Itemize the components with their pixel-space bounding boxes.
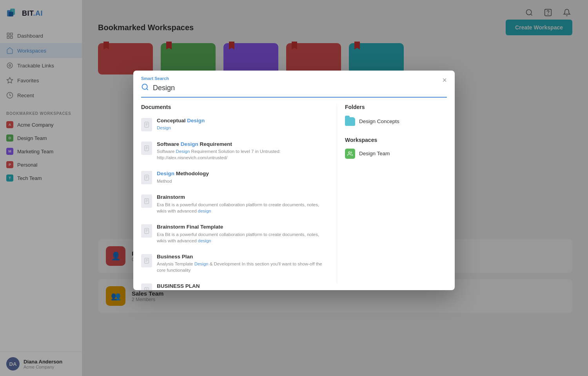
search-modal: Smart Search × Documents Concept bbox=[133, 71, 455, 290]
doc-content-5: Brainstorm Final Template Era Bit is a p… bbox=[157, 223, 329, 244]
doc-content-3: Design Methodology Method bbox=[157, 170, 329, 184]
doc-title-3: Design Methodology bbox=[157, 170, 329, 177]
doc-item-conceptual-design[interactable]: Conceptual Design Design bbox=[141, 116, 329, 133]
modal-header: Smart Search × bbox=[133, 71, 455, 98]
doc-item-brainstorm[interactable]: Brainstorm Era Bit is a powerful documen… bbox=[141, 192, 329, 216]
doc-item-business-plan[interactable]: Business Plan Analysis Template Design &… bbox=[141, 252, 329, 275]
doc-content-1: Conceptual Design Design bbox=[157, 117, 329, 131]
doc-title-4: Brainstorm bbox=[157, 194, 329, 201]
right-column: Folders Design Concepts Workspaces Desig… bbox=[337, 104, 455, 284]
doc-title-2: Software Design Requirement bbox=[157, 141, 329, 148]
folder-icon-design-concepts bbox=[345, 117, 355, 126]
doc-item-brainstorm-final[interactable]: Brainstorm Final Template Era Bit is a p… bbox=[141, 222, 329, 245]
workspaces-result-title: Workspaces bbox=[345, 137, 447, 143]
folders-title: Folders bbox=[345, 104, 447, 110]
doc-title-7: BUSINESS PLAN bbox=[157, 283, 329, 290]
documents-column: Documents Conceptual Design Design bbox=[133, 104, 337, 284]
svg-rect-25 bbox=[145, 175, 149, 180]
doc-title-1: Conceptual Design bbox=[157, 117, 329, 124]
doc-content-7: BUSINESS PLAN Analysis Template Design &… bbox=[157, 283, 329, 290]
svg-rect-17 bbox=[145, 122, 149, 127]
workspace-result-design-team[interactable]: Design Team bbox=[345, 149, 447, 159]
doc-icon-1 bbox=[141, 118, 152, 131]
doc-subtitle-2: Software Design Requirement Solution to … bbox=[157, 148, 329, 161]
doc-content-2: Software Design Requirement Software Des… bbox=[157, 141, 329, 161]
documents-title: Documents bbox=[141, 104, 329, 110]
doc-icon-3 bbox=[141, 171, 152, 184]
smart-search-label: Smart Search bbox=[141, 76, 447, 81]
doc-content-6: Business Plan Analysis Template Design &… bbox=[157, 253, 329, 274]
modal-overlay[interactable]: Smart Search × Documents Concept bbox=[0, 0, 588, 376]
svg-rect-29 bbox=[145, 199, 149, 204]
close-button[interactable]: × bbox=[441, 76, 448, 84]
doc-icon-5 bbox=[141, 224, 152, 238]
modal-search-icon bbox=[141, 83, 149, 93]
doc-item-design-methodology[interactable]: Design Methodology Method bbox=[141, 169, 329, 186]
doc-item-business-plan-caps[interactable]: BUSINESS PLAN Analysis Template Design &… bbox=[141, 281, 329, 290]
svg-point-45 bbox=[348, 151, 350, 153]
svg-line-16 bbox=[147, 88, 148, 90]
svg-rect-33 bbox=[145, 228, 149, 233]
doc-title-5: Brainstorm Final Template bbox=[157, 223, 329, 231]
doc-icon-2 bbox=[141, 142, 152, 155]
doc-item-software-design[interactable]: Software Design Requirement Software Des… bbox=[141, 139, 329, 163]
doc-icon-7 bbox=[141, 283, 152, 290]
svg-rect-21 bbox=[145, 145, 149, 151]
doc-subtitle-4: Era Bit is a powerful document collabora… bbox=[157, 202, 329, 214]
folder-name-design-concepts: Design Concepts bbox=[359, 118, 399, 124]
svg-rect-37 bbox=[145, 258, 149, 263]
doc-icon-6 bbox=[141, 254, 152, 267]
workspaces-section: Workspaces Design Team bbox=[345, 137, 447, 159]
doc-icon-4 bbox=[141, 194, 152, 208]
doc-subtitle-1: Design bbox=[157, 125, 329, 131]
doc-subtitle-5: Era Bit is a powerful document collabora… bbox=[157, 231, 329, 244]
doc-content-4: Brainstorm Era Bit is a powerful documen… bbox=[157, 194, 329, 214]
doc-title-6: Business Plan bbox=[157, 253, 329, 260]
doc-subtitle-3: Method bbox=[157, 178, 329, 184]
folder-design-concepts[interactable]: Design Concepts bbox=[345, 116, 447, 127]
modal-body: Documents Conceptual Design Design bbox=[133, 98, 455, 290]
design-team-name: Design Team bbox=[359, 151, 390, 156]
search-input-row bbox=[141, 83, 447, 98]
svg-point-15 bbox=[142, 84, 147, 89]
design-team-icon bbox=[345, 149, 355, 159]
search-input[interactable] bbox=[153, 84, 447, 92]
doc-subtitle-6: Analysis Template Design & Development I… bbox=[157, 261, 329, 273]
